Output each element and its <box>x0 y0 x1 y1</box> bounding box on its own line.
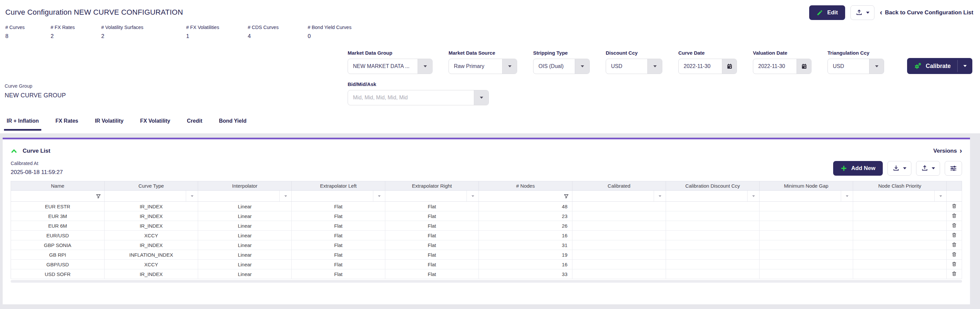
delete-row-button[interactable] <box>947 221 962 231</box>
stat-label: # FX Rates <box>51 25 101 30</box>
field-toggle[interactable] <box>869 59 884 74</box>
column-header[interactable]: Extrapolator Left <box>292 181 385 191</box>
table-row[interactable]: USD SOFR IR_INDEX Linear Flat Flat 33 <box>11 269 962 279</box>
upload-menu-button[interactable] <box>916 161 940 176</box>
filter-dropdown-toggle[interactable] <box>747 191 759 201</box>
cell-curve-type: IR_INDEX <box>105 240 198 250</box>
tab-label: Credit <box>187 118 202 124</box>
filter-cell[interactable] <box>666 191 760 202</box>
tab-label: IR Volatility <box>95 118 124 124</box>
bid-mid-ask-field: Bid/Mid/Ask Mid, Mid, Mid, Mid, Mid <box>348 81 489 105</box>
filter-dropdown-toggle[interactable] <box>654 191 666 201</box>
download-menu-button[interactable] <box>888 161 912 176</box>
column-header[interactable]: Calibrated <box>573 181 666 191</box>
chevron-down-icon <box>875 65 878 67</box>
cell-curve-type: IR_INDEX <box>105 221 198 231</box>
delete-row-button[interactable] <box>947 260 962 269</box>
curve-list-panel: Curve List Versions › Calibrated At 2025… <box>3 138 970 304</box>
field-input[interactable]: USD <box>827 59 884 74</box>
cell-interpolator: Linear <box>198 202 292 211</box>
filter-cell[interactable] <box>947 191 962 202</box>
filter-dropdown-toggle[interactable] <box>186 191 198 201</box>
column-header[interactable]: Name <box>11 181 105 191</box>
back-to-list-link[interactable]: ‹ Back to Curve Configuration List <box>880 9 973 16</box>
delete-row-button[interactable] <box>947 269 962 279</box>
column-header[interactable]: # Nodes <box>479 181 573 191</box>
export-menu-button[interactable] <box>851 5 875 20</box>
filter-dropdown-toggle[interactable] <box>934 191 947 201</box>
column-header[interactable]: Extrapolator Right <box>385 181 479 191</box>
delete-row-button[interactable] <box>947 240 962 250</box>
filter-dropdown-toggle[interactable] <box>279 191 291 201</box>
filter-cell[interactable] <box>479 191 573 202</box>
bid-mid-ask-input[interactable]: Mid, Mid, Mid, Mid, Mid <box>348 90 489 105</box>
chevron-left-icon: ‹ <box>880 9 882 16</box>
funnel-filter-icon[interactable] <box>560 191 572 201</box>
column-header[interactable]: Minimum Node Gap <box>760 181 853 191</box>
edit-button[interactable]: Edit <box>809 5 845 20</box>
funnel-filter-icon[interactable] <box>92 191 104 201</box>
tab[interactable]: FX Volatility <box>139 116 172 131</box>
table-row[interactable]: EUR ESTR IR_INDEX Linear Flat Flat 48 <box>11 202 962 211</box>
delete-row-button[interactable] <box>947 211 962 221</box>
filter-cell[interactable] <box>11 191 105 202</box>
filter-dropdown-toggle[interactable] <box>841 191 853 201</box>
column-header[interactable]: Calibration Discount Ccy <box>666 181 760 191</box>
field-toggle[interactable] <box>418 59 432 74</box>
filter-dropdown-toggle[interactable] <box>373 191 385 201</box>
field-toggle[interactable] <box>722 59 737 74</box>
column-header[interactable]: Interpolator <box>198 181 292 191</box>
delete-row-button[interactable] <box>947 250 962 260</box>
column-header[interactable]: Curve Type <box>105 181 198 191</box>
table-row[interactable]: GBP/USD XCCY Linear Flat Flat 16 <box>11 260 962 269</box>
table-row[interactable]: GB RPI INFLATION_INDEX Linear Flat Flat … <box>11 250 962 260</box>
upload-icon <box>856 9 863 16</box>
column-header[interactable]: Node Clash Priority <box>853 181 947 191</box>
filter-cell[interactable] <box>292 191 385 202</box>
field-label: Valuation Date <box>753 50 811 56</box>
calibrate-menu-toggle[interactable] <box>958 58 972 74</box>
filter-cell[interactable] <box>760 191 853 202</box>
table-row[interactable]: EUR/USD XCCY Linear Flat Flat 16 <box>11 231 962 240</box>
versions-link[interactable]: Versions › <box>933 147 962 155</box>
tab[interactable]: Credit <box>186 116 204 131</box>
filter-cell[interactable] <box>105 191 198 202</box>
collapse-chevron-up-icon[interactable] <box>11 148 18 154</box>
filter-dropdown-toggle[interactable] <box>466 191 479 201</box>
delete-row-button[interactable] <box>947 202 962 211</box>
filter-cell[interactable] <box>573 191 666 202</box>
tab[interactable]: Bond Yield <box>218 116 248 131</box>
filter-cell[interactable] <box>853 191 947 202</box>
field-input[interactable]: 2022-11-30 <box>678 59 737 74</box>
filter-cell[interactable] <box>198 191 292 202</box>
table-row[interactable]: GBP SONIA IR_INDEX Linear Flat Flat 31 <box>11 240 962 250</box>
chevron-down-icon <box>846 195 848 197</box>
cell-minimum-node-gap <box>760 231 853 240</box>
field-input[interactable]: Raw Primary <box>449 59 517 74</box>
field-input[interactable]: 2022-11-30 <box>753 59 811 74</box>
field-toggle[interactable] <box>575 59 589 74</box>
field-toggle[interactable] <box>797 59 811 74</box>
field-value: USD <box>606 63 622 69</box>
add-new-button[interactable]: Add New <box>833 161 883 176</box>
table-row[interactable]: EUR 3M IR_INDEX Linear Flat Flat 23 <box>11 211 962 221</box>
tab[interactable]: IR + Inflation <box>5 116 40 131</box>
page-title-prefix: Curve Configuration <box>5 8 72 16</box>
trash-icon <box>951 232 957 238</box>
field-input[interactable]: NEW MARKET DATA ... <box>348 59 433 74</box>
cell-curve-type: XCCY <box>105 260 198 269</box>
field-input[interactable]: USD <box>606 59 662 74</box>
table-row[interactable]: EUR 6M IR_INDEX Linear Flat Flat 26 <box>11 221 962 231</box>
bid-mid-ask-toggle[interactable] <box>474 90 488 105</box>
field-input[interactable]: OIS (Dual) <box>533 59 590 74</box>
field-toggle[interactable] <box>502 59 517 74</box>
field-toggle[interactable] <box>648 59 662 74</box>
horizontal-scrollbar[interactable] <box>11 280 962 283</box>
delete-row-button[interactable] <box>947 231 962 240</box>
column-settings-button[interactable] <box>945 161 962 176</box>
tab[interactable]: FX Rates <box>54 116 79 131</box>
filter-cell[interactable] <box>385 191 479 202</box>
column-header[interactable] <box>947 181 962 191</box>
tab[interactable]: IR Volatility <box>94 116 125 131</box>
calibrate-button[interactable]: Calibrate <box>907 58 972 74</box>
